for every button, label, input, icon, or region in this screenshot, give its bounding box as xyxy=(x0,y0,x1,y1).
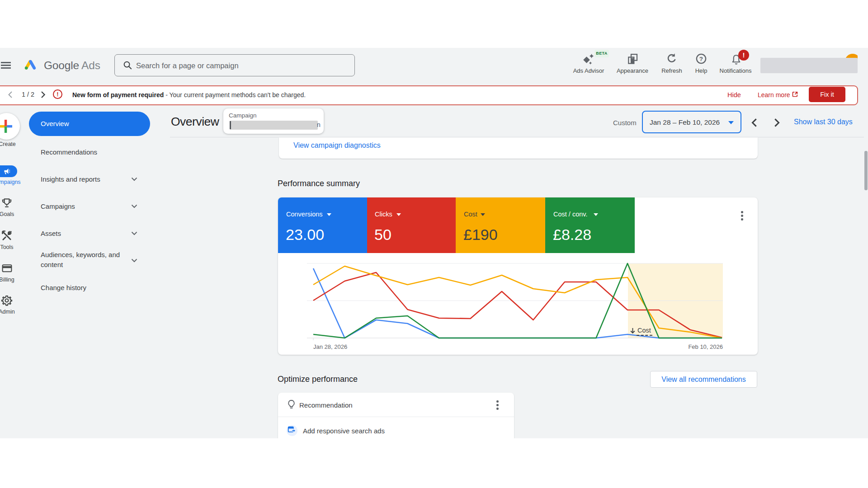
svg-text:?: ? xyxy=(699,56,703,62)
